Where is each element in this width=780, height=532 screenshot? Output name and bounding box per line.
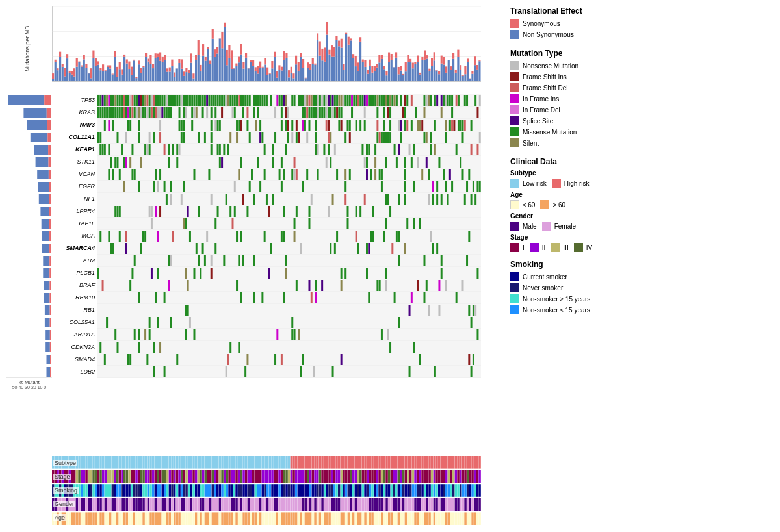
stage-II-label: II xyxy=(542,244,546,251)
nonsmoker-15minus-color xyxy=(510,305,519,314)
silent-label: Silent xyxy=(523,140,539,147)
age-gt60-item: > 60 xyxy=(540,200,566,209)
clinical-data-legend: Clinical Data Subtype Low risk High risk… xyxy=(510,157,644,252)
subtype-header: Subtype xyxy=(510,170,644,177)
smoking-title: Smoking xyxy=(510,260,644,269)
gene-canvas xyxy=(52,94,481,378)
inframe-ins-label: In Frame Ins xyxy=(523,95,559,103)
high-risk-item: High risk xyxy=(552,179,590,188)
frameshift-del-color xyxy=(510,83,519,92)
female-color xyxy=(542,222,551,231)
stage-I-color xyxy=(510,243,519,252)
middle-section: % Mutant 50 40 30 20 10 0 SubtypeStageSm… xyxy=(6,94,500,526)
age-le60-label: ≤ 60 xyxy=(523,201,535,209)
missense-color xyxy=(510,127,519,136)
clinical-canvas xyxy=(52,455,481,526)
current-smoker-item: Current smoker xyxy=(510,272,644,281)
inframe-del-label: In Frame Del xyxy=(523,107,560,114)
low-risk-label: Low risk xyxy=(523,180,547,187)
female-label: Female xyxy=(554,223,576,230)
splice-label: Splice Site xyxy=(523,118,553,125)
smoking-legend: Smoking Current smoker Never smoker Non-… xyxy=(510,260,644,316)
nonsmoker-15plus-label: Non-smoker > 15 years xyxy=(523,296,590,303)
pct-chart-canvas xyxy=(6,94,52,378)
percent-mutant-panel: % Mutant 50 40 30 20 10 0 xyxy=(6,94,52,526)
age-le60-color xyxy=(510,200,519,209)
main-container: Mutations per MB % Mutant 50 40 30 20 10… xyxy=(0,0,780,532)
left-panel: Mutations per MB % Mutant 50 40 30 20 10… xyxy=(6,6,500,526)
nonsmoker-15plus-color xyxy=(510,294,519,303)
inframe-ins-color xyxy=(510,94,519,103)
missense-label: Missense Mutation xyxy=(523,129,577,136)
frameshift-ins-color xyxy=(510,72,519,81)
subtype-legend: Low risk High risk xyxy=(510,179,644,188)
synonymous-color xyxy=(510,19,519,28)
splice-color xyxy=(510,116,519,125)
nonsense-color xyxy=(510,61,519,70)
bar-chart-canvas xyxy=(52,6,481,91)
legend-splice: Splice Site xyxy=(510,116,644,125)
legend-inframe-del: In Frame Del xyxy=(510,105,644,114)
stage-I-item: I xyxy=(510,243,525,252)
female-item: Female xyxy=(542,222,576,231)
gene-rows-container xyxy=(52,94,500,455)
stage-III-color xyxy=(551,243,560,252)
legend-inframe-ins: In Frame Ins xyxy=(510,94,644,103)
nonsmoker-15minus-label: Non-smoker ≤ 15 years xyxy=(523,307,590,314)
low-risk-color xyxy=(510,179,519,188)
mutation-type-title: Mutation Type xyxy=(510,49,644,58)
legend-frameshift-ins: Frame Shift Ins xyxy=(510,72,644,81)
mutation-type-legend: Mutation Type Nonsense Mutation Frame Sh… xyxy=(510,49,644,149)
male-item: Male xyxy=(510,222,537,231)
silent-color xyxy=(510,138,519,147)
y-axis-label: Mutations per MB xyxy=(25,26,31,72)
synonymous-label: Synonymous xyxy=(523,20,560,27)
nonsense-label: Nonsense Mutation xyxy=(523,62,578,70)
legend-silent: Silent xyxy=(510,138,644,147)
stage-III-item: III xyxy=(551,243,568,252)
right-panel: Translational Effect Synonymous Non Syno… xyxy=(500,6,644,526)
high-risk-color xyxy=(552,179,561,188)
clinical-rows-container: SubtypeStageSmokingGenderAge xyxy=(52,455,500,526)
stage-III-label: III xyxy=(563,244,568,251)
stage-legend: I II III IV xyxy=(510,243,644,252)
stage-IV-label: IV xyxy=(586,244,592,251)
legend-nonsynonymous: Non Synonymous xyxy=(510,30,644,39)
nonsmoker-15plus-item: Non-smoker > 15 years xyxy=(510,294,644,303)
gender-header: Gender xyxy=(510,212,644,220)
nonsynonymous-color xyxy=(510,30,519,39)
legend-synonymous: Synonymous xyxy=(510,19,644,28)
inframe-del-color xyxy=(510,105,519,114)
current-smoker-color xyxy=(510,272,519,281)
high-risk-label: High risk xyxy=(564,180,590,187)
legend-missense: Missense Mutation xyxy=(510,127,644,136)
stage-I-label: I xyxy=(523,244,525,251)
nonsmoker-15minus-item: Non-smoker ≤ 15 years xyxy=(510,305,644,314)
translational-effect-title: Translational Effect xyxy=(510,6,644,16)
male-label: Male xyxy=(523,223,537,230)
stage-header: Stage xyxy=(510,234,644,241)
stage-IV-color xyxy=(574,243,583,252)
age-legend: ≤ 60 > 60 xyxy=(510,200,644,209)
age-header: Age xyxy=(510,191,644,198)
clinical-data-title: Clinical Data xyxy=(510,157,644,166)
stage-II-color xyxy=(530,243,539,252)
gene-clinical-panel: SubtypeStageSmokingGenderAge xyxy=(52,94,500,526)
low-risk-item: Low risk xyxy=(510,179,547,188)
percent-mutant-label: % Mutant xyxy=(6,379,52,385)
never-smoker-item: Never smoker xyxy=(510,283,644,292)
current-smoker-label: Current smoker xyxy=(523,273,567,281)
nonsynonymous-label: Non Synonymous xyxy=(523,31,574,38)
age-gt60-color xyxy=(540,200,549,209)
frameshift-ins-label: Frame Shift Ins xyxy=(523,73,567,81)
male-color xyxy=(510,222,519,231)
stage-II-item: II xyxy=(530,243,546,252)
legend-nonsense: Nonsense Mutation xyxy=(510,61,644,70)
never-smoker-color xyxy=(510,283,519,292)
stage-IV-item: IV xyxy=(574,243,592,252)
gender-legend: Male Female xyxy=(510,222,644,231)
legend-frameshift-del: Frame Shift Del xyxy=(510,83,644,92)
age-le60-item: ≤ 60 xyxy=(510,200,535,209)
translational-effect-legend: Translational Effect Synonymous Non Syno… xyxy=(510,6,644,41)
age-gt60-label: > 60 xyxy=(552,201,566,209)
